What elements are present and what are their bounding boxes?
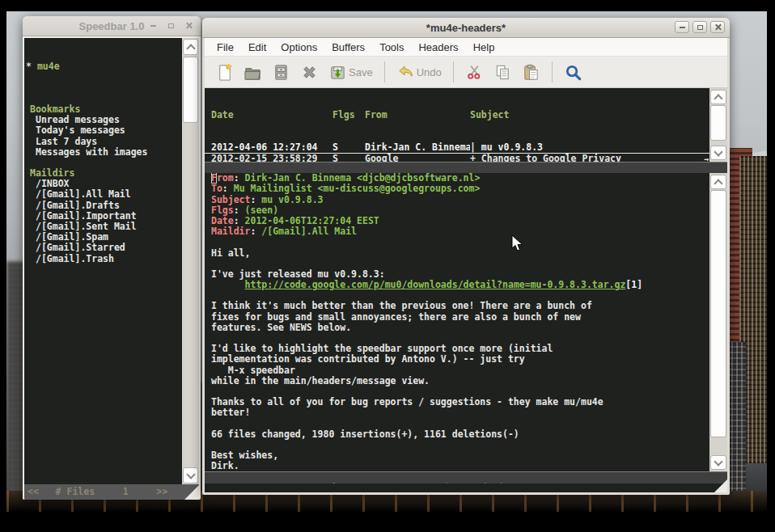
close-button[interactable] [710,21,725,33]
chevron-down-icon [714,147,722,156]
message-from: Dirk-Jan C. Binnema [365,142,470,153]
message-body-line: 66 files changed, 1980 insertions(+), 11… [205,429,709,440]
new-file-button[interactable] [211,61,238,83]
field-label: From [211,173,234,184]
column-flags[interactable]: Flgs [332,110,365,120]
maximize-button[interactable] [692,21,707,33]
message-flags: S [332,154,365,162]
toolbar-separator [384,61,385,82]
close-buffer-button[interactable] [296,61,323,83]
chevron-up-icon [714,94,722,103]
save-button-label: Save [349,66,373,78]
message-from: Google [365,154,470,162]
speedbar-titlebar[interactable]: Speedbar 1.0 [23,16,201,36]
field-value: 2012-04-06T12:27:04 EEST [245,215,379,226]
undo-button[interactable]: Undo [392,61,446,83]
copy-icon [493,63,512,82]
minimize-button[interactable] [675,21,689,33]
headers-column-row: Date Flgs From Subject [205,110,709,120]
column-subject[interactable]: Subject [470,110,709,120]
toolbar: SaveUndo [205,57,727,88]
column-from[interactable]: From [365,110,470,120]
open-folder-icon [244,63,262,82]
scroll-thumb[interactable] [710,190,726,437]
speedbar-item[interactable]: /[Gmail].Trash [26,254,182,264]
emacs-title: *mu4e-headers* [426,22,506,34]
message-row[interactable]: 2012-02-15 23:58:29SGoogle+ Changes to G… [205,154,709,162]
open-file-button[interactable] [239,61,266,83]
scroll-up-button[interactable] [710,175,726,189]
menu-options[interactable]: Options [273,41,324,53]
message-subject: + Changes to Google Privacy [470,154,709,162]
headers-scrollbar[interactable] [709,88,727,162]
save-button[interactable]: Save [324,61,377,83]
chevron-down-icon [186,470,195,479]
chevron-up-icon [714,179,722,188]
resize-grip[interactable] [714,479,727,492]
search-icon [564,63,582,82]
speedbar-item[interactable]: Today's messages [26,125,182,136]
speedbar-item[interactable]: /[Gmail].Starred [26,243,182,253]
scroll-thumb[interactable] [710,105,726,141]
mu4e-headers-list: Date Flgs From Subject 2012-04-06 12:27:… [205,88,709,162]
mu4e-message-view: From: Dirk-Jan C. Binnema <djcb@djcbsoft… [205,173,709,471]
scroll-up-button[interactable] [183,39,198,55]
speedbar-root-label: mu4e [37,61,60,72]
view-scrollbar[interactable] [709,173,727,471]
speedbar-item[interactable]: Messages with images [26,147,182,158]
speedbar-statusbar: << # Files 1 >> [24,484,199,500]
close-button[interactable] [181,19,196,32]
speedbar-root-item[interactable]: * mu4e [26,61,182,72]
dired-button[interactable] [268,61,294,83]
menu-buffers[interactable]: Buffers [324,41,372,53]
field-value: Mu Mailinglist <mu-discuss@googlegroups.… [234,183,481,194]
field-label: Subject [211,194,250,205]
message-row[interactable]: 2012-04-06 12:27:04SDirk-Jan C. Binnema|… [205,142,709,154]
field-colon: : [222,183,234,194]
scroll-down-button[interactable] [183,467,198,483]
scroll-thumb[interactable] [183,57,198,123]
search-button[interactable] [560,61,587,83]
minimize-icon [680,27,685,28]
speedbar-tree: * mu4e BookmarksUnread messagesToday's m… [24,38,182,484]
maximize-button[interactable] [163,19,178,32]
maximize-icon [168,23,174,28]
speedbar-scrollbar[interactable] [182,38,199,484]
scroll-down-button[interactable] [710,146,726,160]
speedbar-item[interactable]: /[Gmail].Drafts [26,201,182,211]
field-colon: : [234,215,245,226]
scroll-down-button[interactable] [710,455,726,470]
chevron-up-icon [186,44,195,53]
expand-indicator: * [26,61,32,72]
field-label: Date [211,215,234,226]
speedbar-title: Speedbar 1.0 [79,20,145,32]
minimize-button[interactable] [146,19,160,32]
field-colon: : [234,173,245,184]
cut-button[interactable] [461,61,488,83]
paste-button[interactable] [518,61,544,83]
field-colon: : [250,194,261,205]
toolbar-separator [552,61,553,82]
speedbar-section: Maildirs/INBOX/[Gmail].All Mail/[Gmail].… [26,168,182,264]
menu-help[interactable]: Help [466,41,502,53]
message-flags: S [332,142,365,153]
copy-button[interactable] [489,61,516,83]
message-subject: | mu v0.9.8.3 [470,142,709,153]
message-link[interactable]: http://code.google.com/p/mu0/downloads/d… [245,279,626,290]
field-value: (seen) [245,205,279,216]
resize-grip[interactable] [184,485,199,500]
menu-file[interactable]: File [210,41,241,53]
scroll-up-button[interactable] [710,90,726,104]
speedbar-item[interactable]: /[Gmail].All Mail [26,189,182,200]
field-value: Dirk-Jan C. Binnema <djcb@djcbsoftware.n… [245,173,481,184]
menu-edit[interactable]: Edit [241,41,273,53]
field-label: Maildir [211,226,250,237]
link-reference: [1] [625,279,642,290]
emacs-titlebar[interactable]: *mu4e-headers* [202,18,730,38]
menu-headers[interactable]: Headers [411,41,465,53]
column-date[interactable]: Date [211,110,332,120]
delete-icon [300,63,319,82]
speedbar-item[interactable]: Last 7 days [26,137,182,147]
menu-tools[interactable]: Tools [372,41,411,53]
echo-area[interactable] [205,483,727,492]
